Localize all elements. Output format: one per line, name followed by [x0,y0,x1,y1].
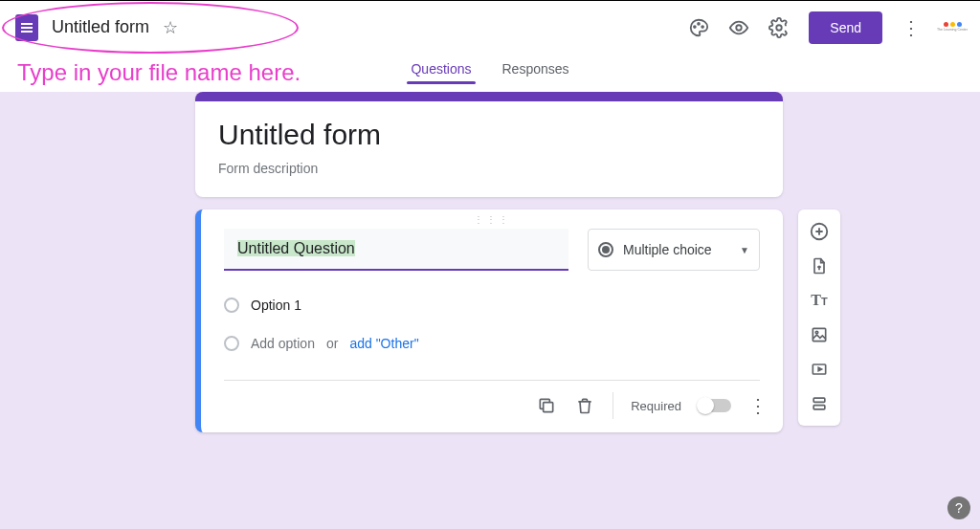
more-menu-icon[interactable]: ⋮ [902,16,921,39]
radio-outline-icon [224,298,239,313]
form-title-input[interactable]: Untitled form [218,119,760,151]
add-image-icon[interactable] [802,319,836,351]
svg-point-0 [694,26,696,28]
options-list: Option 1 Add option or add "Other" [201,278,783,363]
svg-rect-7 [813,328,825,341]
floating-toolbar: TT [798,209,840,426]
option-label[interactable]: Option 1 [251,298,301,313]
add-option-label[interactable]: Add option [251,336,315,351]
import-questions-icon[interactable] [802,250,836,282]
send-button[interactable]: Send [809,11,882,44]
question-type-select[interactable]: Multiple choice ▼ [588,229,760,271]
radio-icon [598,242,613,257]
option-row[interactable]: Option 1 [224,286,760,324]
svg-point-2 [702,26,704,28]
question-footer: Required ⋮ [201,381,783,432]
divider [612,392,613,419]
svg-rect-10 [813,398,825,402]
svg-point-8 [815,331,818,334]
form-title-card[interactable]: Untitled form Form description [195,92,783,197]
header-actions: Send ⋮ The Learning Center [688,11,965,44]
required-label: Required [631,399,681,413]
or-label: or [326,336,338,351]
add-video-icon[interactable] [802,353,836,386]
question-type-label: Multiple choice [623,242,730,257]
gear-icon[interactable] [768,17,790,38]
question-title-input[interactable]: Untitled Question [224,229,568,271]
forms-app-icon[interactable] [15,14,38,41]
star-icon[interactable]: ☆ [163,17,178,38]
preview-eye-icon[interactable] [728,17,749,38]
document-title[interactable]: Untitled form [52,17,149,37]
add-option-row[interactable]: Add option or add "Other" [224,324,760,363]
question-card[interactable]: ⋮⋮⋮ Untitled Question Multiple choice ▼ … [195,209,783,432]
account-logo[interactable]: The Learning Center [940,15,965,40]
add-question-icon[interactable] [802,215,836,248]
svg-point-1 [698,22,700,24]
svg-point-4 [777,25,783,31]
svg-point-3 [737,25,743,31]
duplicate-icon[interactable] [536,395,557,416]
tab-questions[interactable]: Questions [409,54,473,86]
trash-icon[interactable] [574,395,595,416]
required-toggle[interactable] [699,399,731,412]
form-canvas: Untitled form Form description ⋮⋮⋮ Untit… [0,92,980,529]
radio-outline-icon [224,336,239,351]
form-description-input[interactable]: Form description [218,161,760,176]
drag-handle-icon[interactable]: ⋮⋮⋮ [201,209,783,229]
svg-rect-5 [544,403,553,412]
add-section-icon[interactable] [802,387,836,420]
chevron-down-icon: ▼ [740,245,749,255]
palette-icon[interactable] [688,17,709,38]
tabs-bar: Questions Responses [0,54,980,92]
help-icon[interactable]: ? [947,496,970,519]
svg-rect-11 [813,406,825,409]
tab-responses[interactable]: Responses [501,54,571,86]
add-title-icon[interactable]: TT [802,284,836,317]
add-other-link[interactable]: add "Other" [349,336,418,351]
app-header: Untitled form ☆ Send ⋮ The Learning Cent… [0,0,980,54]
question-more-icon[interactable]: ⋮ [748,394,768,417]
